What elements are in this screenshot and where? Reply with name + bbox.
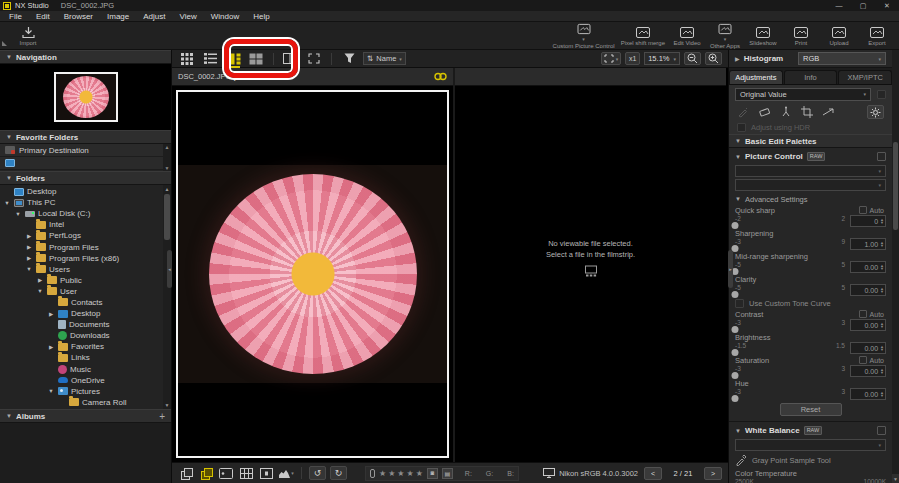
scrollbar-thumb[interactable] [164,194,170,240]
scroll-down-icon[interactable]: ▼ [892,474,899,483]
slider-value-input[interactable]: 0.00▲▼ [850,284,886,296]
slider-value-input[interactable]: 0.00▲▼ [850,261,886,273]
slider-value-input[interactable]: 0.00▲▼ [850,319,886,331]
fit-to-screen-button[interactable]: ▾ [601,52,622,65]
sort-select[interactable]: ⇅ Name ▾ [363,52,406,65]
auto-checkbox[interactable] [859,356,867,364]
folder-tree-item[interactable]: ▼ Local Disk (C:) [0,208,163,219]
previous-image-button[interactable]: < [644,467,662,480]
star-rating-1[interactable]: ★ [379,469,386,478]
slider-handle[interactable] [732,291,739,298]
folder-tree-item[interactable]: ▶ Favorites [0,341,163,352]
tree-expander-icon[interactable]: ▼ [36,288,44,294]
show-all-thumbnails-button[interactable] [178,466,194,480]
spinner-icon[interactable]: ▲▼ [880,368,884,375]
panel-tab[interactable]: Info [784,70,838,84]
tree-expander-icon[interactable]: ▼ [3,200,11,206]
folder-tree-item[interactable]: ▼ Pictures [0,386,163,397]
spinner-icon[interactable]: ▲▼ [880,241,884,248]
folder-tree-item[interactable]: Desktop [0,186,163,197]
folder-tree-item[interactable]: ▼ User [0,286,163,297]
favorites-scrollbar[interactable]: ▲▼ [163,144,171,171]
navigation-preview[interactable] [0,64,171,130]
rating-label-icon[interactable] [370,469,375,478]
menu-item[interactable]: View [173,11,204,21]
slider-handle[interactable] [732,222,739,229]
eraser-tool-icon[interactable] [758,106,771,118]
menu-item[interactable]: File [2,11,29,21]
folders-header[interactable]: ▼ Folders [0,171,171,185]
spinner-icon[interactable]: ▲▼ [880,391,884,398]
albums-header[interactable]: ▼ Albums + [0,409,171,423]
scroll-down-icon[interactable]: ▼ [165,165,170,171]
scroll-down-icon[interactable]: ▼ [163,401,171,409]
folder-tree-item[interactable]: ▼ Users [0,264,163,275]
folder-tree-item[interactable]: Music [0,364,163,375]
tree-expander-icon[interactable]: ▼ [47,388,55,394]
picture-control-header[interactable]: ▼ Picture Control RAW [735,150,886,163]
star-rating-4[interactable]: ★ [407,469,414,478]
folders-scrollbar[interactable]: ▲ ▼ [163,185,171,409]
list-view-button[interactable] [201,52,219,66]
panel-tab[interactable]: Adjustments [729,70,783,84]
folder-tree-item[interactable]: Contacts [0,297,163,308]
navigation-header[interactable]: ▼ Navigation [0,50,171,64]
zoom-level-select[interactable]: 15.1% ▾ [644,52,680,65]
basic-edit-palettes-header[interactable]: ▼ Basic Edit Palettes [729,134,892,148]
minimize-button[interactable]: — [827,0,851,11]
viewer-pane-primary[interactable]: DSC_0002.JPG [ [172,68,455,462]
tree-expander-icon[interactable]: ▶ [25,233,33,239]
import-button[interactable]: Import [12,23,44,49]
gray-point-tool[interactable]: Gray Point Sample Tool [735,453,886,467]
spinner-icon[interactable]: ▲▼ [880,287,884,294]
toolbar-button[interactable]: Edit Video [671,23,703,49]
add-album-button[interactable]: + [159,411,165,422]
spinner-icon[interactable]: ▲▼ [880,264,884,271]
panel-scrollbar[interactable]: ▼ [892,50,899,483]
tree-expander-icon[interactable]: ▼ [25,266,33,272]
toolbar-button[interactable]: Print [785,23,817,49]
folder-tree-item[interactable]: ▶ Public [0,275,163,286]
histogram-header[interactable]: ▶ Histogram RGB ▾ [729,50,892,68]
histogram-channel-select[interactable]: RGB ▾ [798,52,886,65]
rotate-ccw-button[interactable]: ↺ [309,466,326,480]
compare-split-button[interactable]: ▾ [282,52,300,66]
panel-tab[interactable]: XMP/IPTC [838,70,892,84]
focus-point-button[interactable] [258,466,274,480]
white-balance-header[interactable]: ▼ White Balance RAW [735,424,886,437]
toolbar-button[interactable]: Slideshow [747,23,779,49]
folder-tree-item[interactable]: ▶ Desktop [0,308,163,319]
metadata-overlay-button[interactable] [218,466,234,480]
hdr-checkbox[interactable] [737,123,746,132]
maximize-button[interactable]: ▢ [851,0,875,11]
folder-tree-item[interactable]: Links [0,352,163,363]
label-button[interactable]: ▤ [442,468,453,479]
slider-handle[interactable] [732,349,739,356]
reset-button[interactable]: Reset [780,403,842,416]
menu-item[interactable]: Adjust [136,11,172,21]
zoom-in-button[interactable] [705,52,722,65]
folder-tree-item[interactable]: Intel [0,219,163,230]
star-rating-2[interactable]: ★ [388,469,395,478]
white-balance-select[interactable]: ▾ [735,439,886,451]
scrollbar-thumb[interactable] [893,142,898,230]
multi-image-view-button[interactable] [247,52,265,66]
toolbar-button[interactable]: ▾ Other Apps [709,23,741,49]
zoom-out-button[interactable] [684,52,701,65]
color-picker-tool-icon[interactable] [780,106,792,118]
auto-checkbox[interactable] [859,206,867,214]
slider-value-input[interactable]: 0.00▲▼ [850,342,886,354]
tree-expander-icon[interactable]: ▶ [36,277,44,283]
menu-item[interactable]: Edit [29,11,57,21]
viewer-canvas-empty[interactable]: No viewable file selected. Select a file… [455,86,726,462]
folder-tree-item[interactable]: Documents [0,319,163,330]
slider-value-input[interactable]: 0.00▲▼ [850,365,886,377]
picture-control-checkbox[interactable] [877,152,886,161]
preset-select[interactable]: Original Value ▾ [735,88,871,101]
slider-value-input[interactable]: 1.00▲▼ [850,238,886,250]
grid-overlay-button[interactable] [238,466,254,480]
toolbar-button[interactable]: ▾ Custom Picture Control [553,23,615,49]
viewer-pane-secondary[interactable]: No viewable file selected. Select a file… [455,68,726,462]
folder-tree-item[interactable]: ▼ This PC [0,197,163,208]
image-with-filmstrip-view-button[interactable] [224,52,242,66]
